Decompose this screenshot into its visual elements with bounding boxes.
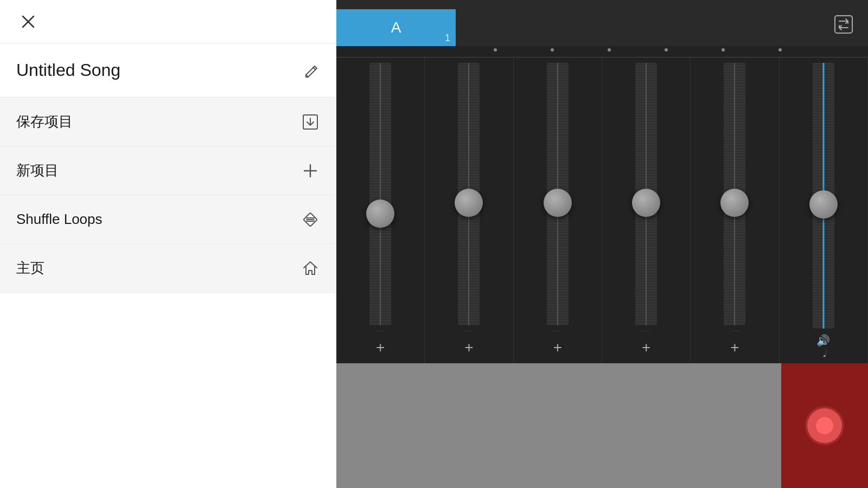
fader-bg-6 [813, 63, 834, 329]
dot-1 [494, 48, 497, 52]
fader-bg-4 [635, 63, 657, 325]
fader-track-2[interactable] [425, 57, 513, 331]
scene-button[interactable]: A 1 [336, 9, 456, 46]
bottom-section [336, 363, 868, 488]
add-clip-button-4[interactable]: + [642, 340, 650, 355]
fader-knob-2[interactable] [455, 189, 483, 217]
fader-knob-4[interactable] [632, 189, 660, 217]
metronome-icon: 𝅘𝅥 [822, 349, 824, 359]
song-title-row: Untitled Song [0, 43, 336, 98]
add-btn-row-1: + [376, 331, 385, 363]
shuffle-icon [301, 210, 320, 229]
add-clip-button-2[interactable]: + [464, 340, 473, 355]
fader-knob-1[interactable] [366, 200, 394, 228]
close-button[interactable] [16, 10, 40, 34]
home-icon [301, 259, 320, 278]
record-button[interactable] [807, 408, 842, 443]
daw-top: A 1 [336, 0, 868, 46]
menu-item-save[interactable]: 保存项目 [0, 98, 336, 146]
add-clip-button-1[interactable]: + [376, 340, 385, 355]
bottom-main [336, 363, 781, 488]
scene-number: 1 [445, 33, 450, 44]
left-panel: Untitled Song 保存项目 新项目 [0, 0, 336, 488]
fader-channel-3: + [514, 57, 602, 363]
record-dot [816, 417, 833, 434]
fader-knob-6[interactable] [809, 190, 838, 219]
dot-5 [722, 48, 725, 52]
mixer-area: + + + [336, 57, 868, 363]
fader-track-3[interactable] [514, 57, 602, 331]
fader-knob-5[interactable] [720, 189, 749, 217]
edit-title-button[interactable] [303, 62, 320, 79]
new-project-icon [301, 161, 320, 181]
menu-item-new-label: 新项目 [16, 161, 59, 180]
dot-6 [778, 48, 782, 52]
add-btn-row-3: + [553, 331, 562, 363]
fader-track-4[interactable] [602, 57, 690, 331]
menu-item-shuffle-label: Shuffle Loops [16, 211, 103, 228]
add-btn-row-2: + [464, 331, 473, 363]
add-btn-row-5: + [730, 331, 739, 363]
menu-item-home-label: 主页 [16, 259, 44, 278]
add-clip-button-5[interactable]: + [730, 340, 739, 355]
dot-2 [551, 48, 554, 52]
loop-button[interactable] [830, 11, 857, 38]
fader-bg-3 [547, 63, 569, 325]
bottom-right [781, 363, 868, 488]
volume-icon: 🔊 [816, 334, 830, 347]
menu-item-new[interactable]: 新项目 [0, 146, 336, 195]
fader-channel-2: + [425, 57, 513, 363]
dot-3 [608, 48, 611, 52]
save-icon [301, 112, 320, 132]
svg-rect-12 [835, 16, 852, 33]
fader-bg-5 [724, 63, 745, 325]
fader-channel-5: + [691, 57, 779, 363]
menu-item-home[interactable]: 主页 [0, 244, 336, 293]
dot-4 [665, 48, 668, 52]
fader-knob-3[interactable] [544, 189, 572, 217]
menu-item-shuffle[interactable]: Shuffle Loops [0, 195, 336, 244]
fader-channel-1: + [336, 57, 425, 363]
fader-track-5[interactable] [691, 57, 778, 331]
add-btn-row-4: + [642, 331, 650, 363]
fader-channel-4: + [602, 57, 691, 363]
top-bar [0, 0, 336, 43]
right-panel: A 1 [336, 0, 868, 488]
fader-channel-6: 🔊 𝅘𝅥 [780, 57, 868, 363]
fader-track-1[interactable] [336, 57, 424, 331]
song-title: Untitled Song [16, 60, 120, 80]
add-clip-button-3[interactable]: + [553, 340, 562, 355]
menu-item-save-label: 保存项目 [16, 112, 73, 131]
fader-track-6[interactable] [780, 57, 867, 334]
fader-bg-2 [458, 63, 480, 325]
svg-line-2 [313, 67, 315, 69]
fader-bg-1 [369, 63, 391, 325]
scene-label: A [345, 19, 447, 36]
